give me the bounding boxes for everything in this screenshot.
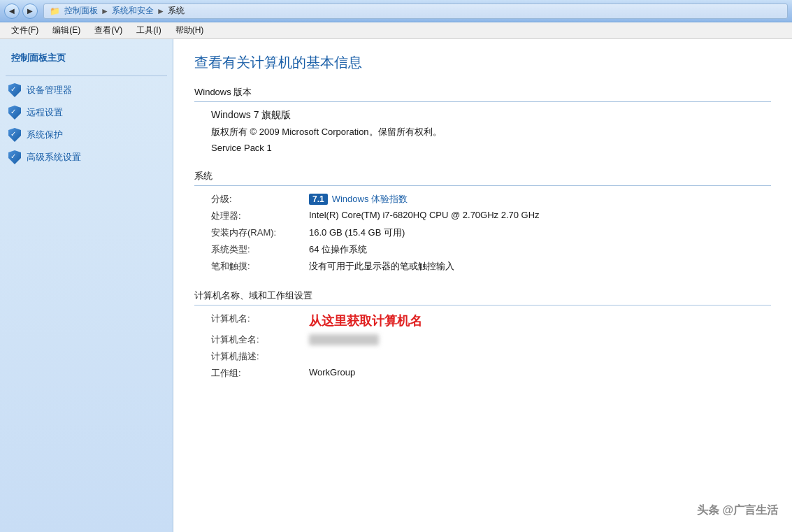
content-area: 查看有关计算机的基本信息 Windows 版本 Windows 7 旗舰版 版权… — [173, 39, 792, 532]
system-label-cpu: 处理器: — [211, 210, 309, 222]
blurred-computer-name — [309, 334, 379, 345]
computer-value-workgroup: WorkGroup — [309, 367, 771, 380]
service-pack: Service Pack 1 — [211, 143, 771, 153]
computer-label-fullname: 计算机全名: — [211, 333, 309, 346]
breadcrumb-current: 系统 — [168, 5, 185, 17]
computer-label-name: 计算机名: — [211, 312, 309, 329]
page-title: 查看有关计算机的基本信息 — [194, 53, 771, 72]
main-layout: 控制面板主页 设备管理器 远程设置 系统保护 高级系统设置 查看有关计算机的基本… — [0, 39, 792, 532]
system-value-cpu: Intel(R) Core(TM) i7-6820HQ CPU @ 2.70GH… — [309, 210, 771, 222]
windows-version-content: Windows 7 旗舰版 版权所有 © 2009 Microsoft Corp… — [194, 109, 771, 153]
computer-label-desc: 计算机描述: — [211, 350, 309, 363]
system-label-type: 系统类型: — [211, 243, 309, 256]
windows-copyright: 版权所有 © 2009 Microsoft Corporation。保留所有权利… — [211, 126, 771, 138]
back-button[interactable]: ◀ — [4, 3, 20, 19]
system-value-touch: 没有可用于此显示器的笔或触控输入 — [309, 260, 771, 273]
computer-row-name: 计算机名: 从这里获取计算机名 — [211, 312, 771, 329]
wei-score: 7.1 — [309, 194, 328, 205]
title-bar: ◀ ▶ 📁 控制面板 ► 系统和安全 ► 系统 — [0, 0, 792, 22]
system-label-ram: 安装内存(RAM): — [211, 227, 309, 239]
sidebar-label-advanced-settings: 高级系统设置 — [27, 151, 81, 164]
sidebar-home[interactable]: 控制面板主页 — [0, 48, 173, 73]
folder-icon: 📁 — [50, 6, 60, 16]
sidebar-label-system-protection: 系统保护 — [27, 129, 63, 141]
menu-help[interactable]: 帮助(H) — [170, 23, 210, 38]
system-row-type: 系统类型: 64 位操作系统 — [211, 243, 771, 256]
computer-row-desc: 计算机描述: — [211, 350, 771, 363]
menu-bar: 文件(F) 编辑(E) 查看(V) 工具(I) 帮助(H) — [0, 22, 792, 39]
system-label-rating: 分级: — [211, 193, 309, 206]
computer-label-workgroup: 工作组: — [211, 367, 309, 380]
windows-version-header: Windows 版本 — [194, 86, 771, 102]
system-value-rating: 7.1 Windows 体验指数 — [309, 193, 771, 206]
computer-section: 计算机名称、域和工作组设置 计算机名: 从这里获取计算机名 计算机全名: 计算机… — [194, 289, 771, 380]
sidebar-item-remote-settings[interactable]: 远程设置 — [0, 101, 173, 124]
forward-button[interactable]: ▶ — [22, 3, 38, 19]
sidebar-item-advanced-settings[interactable]: 高级系统设置 — [0, 146, 173, 168]
system-section: 系统 分级: 7.1 Windows 体验指数 处理器: Intel(R) Co… — [194, 170, 771, 273]
nav-buttons: ◀ ▶ — [4, 3, 38, 19]
menu-tools[interactable]: 工具(I) — [131, 23, 166, 38]
breadcrumb-sep-2: ► — [157, 6, 165, 16]
windows-version-section: Windows 版本 Windows 7 旗舰版 版权所有 © 2009 Mic… — [194, 86, 771, 153]
sidebar-label-remote-settings: 远程设置 — [27, 106, 63, 119]
system-row-rating: 分级: 7.1 Windows 体验指数 — [211, 193, 771, 206]
computer-value-name-annotation: 从这里获取计算机名 — [309, 312, 771, 329]
wei-link[interactable]: Windows 体验指数 — [332, 193, 408, 206]
system-label-touch: 笔和触摸: — [211, 260, 309, 273]
sidebar-divider — [6, 76, 167, 76]
system-row-touch: 笔和触摸: 没有可用于此显示器的笔或触控输入 — [211, 260, 771, 273]
sidebar-label-device-manager: 设备管理器 — [27, 84, 72, 96]
sidebar: 控制面板主页 设备管理器 远程设置 系统保护 高级系统设置 — [0, 39, 173, 532]
shield-icon-4 — [8, 150, 21, 164]
computer-value-desc — [309, 350, 771, 363]
sidebar-item-system-protection[interactable]: 系统保护 — [0, 124, 173, 146]
system-section-header: 系统 — [194, 170, 771, 186]
menu-file[interactable]: 文件(F) — [6, 23, 44, 38]
breadcrumb-sep-1: ► — [101, 6, 109, 16]
system-row-ram: 安装内存(RAM): 16.0 GB (15.4 GB 可用) — [211, 227, 771, 239]
breadcrumb: 📁 控制面板 ► 系统和安全 ► 系统 — [43, 3, 788, 19]
computer-row-fullname: 计算机全名: — [211, 333, 771, 346]
computer-value-fullname — [309, 333, 771, 346]
computer-row-workgroup: 工作组: WorkGroup — [211, 367, 771, 380]
wei-badge: 7.1 Windows 体验指数 — [309, 193, 408, 206]
shield-icon-1 — [8, 83, 21, 97]
computer-section-header: 计算机名称、域和工作组设置 — [194, 289, 771, 305]
menu-view[interactable]: 查看(V) — [89, 23, 128, 38]
system-section-content: 分级: 7.1 Windows 体验指数 处理器: Intel(R) Core(… — [194, 193, 771, 273]
breadcrumb-item-2[interactable]: 系统和安全 — [112, 5, 154, 17]
computer-section-content: 计算机名: 从这里获取计算机名 计算机全名: 计算机描述: 工作组: WorkG… — [194, 312, 771, 380]
system-value-ram: 16.0 GB (15.4 GB 可用) — [309, 227, 771, 239]
windows-edition: Windows 7 旗舰版 — [211, 109, 771, 122]
shield-icon-3 — [8, 128, 21, 142]
system-value-type: 64 位操作系统 — [309, 243, 771, 256]
menu-edit[interactable]: 编辑(E) — [47, 23, 86, 38]
sidebar-item-device-manager[interactable]: 设备管理器 — [0, 79, 173, 101]
breadcrumb-item-1[interactable]: 控制面板 — [64, 5, 98, 17]
shield-icon-2 — [8, 106, 21, 120]
system-row-cpu: 处理器: Intel(R) Core(TM) i7-6820HQ CPU @ 2… — [211, 210, 771, 222]
